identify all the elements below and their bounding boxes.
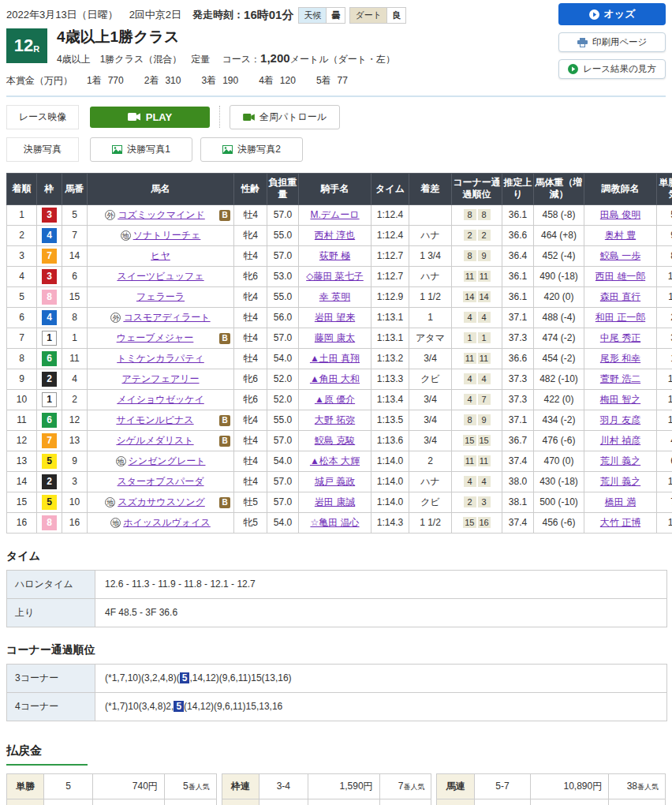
play-button[interactable]: PLAY bbox=[90, 107, 210, 128]
horse-name-link[interactable]: フェラーラ bbox=[136, 291, 185, 302]
horse-name-link[interactable]: アテンフェアリー bbox=[122, 373, 200, 384]
trainer-link[interactable]: 大竹 正博 bbox=[600, 517, 640, 528]
trainer-link[interactable]: 荒川 義之 bbox=[600, 476, 640, 487]
jockey-link[interactable]: ▲原 優介 bbox=[315, 394, 355, 405]
trainer-cell: 尾形 和幸 bbox=[584, 348, 657, 369]
trainer-link[interactable]: 梅田 智之 bbox=[600, 394, 640, 405]
weather-label: 天候 bbox=[298, 7, 326, 24]
jockey-link[interactable]: ▲土田 真翔 bbox=[310, 353, 360, 364]
weather-track-box: 天候 曇 ダート 良 bbox=[298, 7, 406, 24]
corner-order-table: 3コーナー (*1,7,10)(3,2,4,8)(5,14,12)(9,6,11… bbox=[6, 664, 667, 721]
time-cell: 1:12.7 bbox=[371, 266, 409, 286]
jockey-link[interactable]: 城戸 義政 bbox=[315, 476, 355, 487]
weather-value: 曇 bbox=[326, 7, 345, 24]
horse-name-cell: 外コズミックマインドB bbox=[88, 204, 234, 225]
blinker-mark: B bbox=[219, 497, 230, 508]
trainer-link[interactable]: 荒川 義之 bbox=[600, 455, 640, 466]
jockey-link[interactable]: ▲角田 大和 bbox=[310, 373, 360, 384]
horse-name-link[interactable]: コスモアディラート bbox=[123, 312, 210, 323]
trainer-link[interactable]: 羽月 友彦 bbox=[600, 414, 640, 425]
horse-name-link[interactable]: ウェーブメジャー bbox=[117, 332, 194, 343]
trainer-link[interactable]: 尾形 和幸 bbox=[600, 353, 640, 364]
corner-order-cell: 1111 bbox=[452, 348, 502, 369]
time-cell: 1:13.5 bbox=[371, 410, 409, 430]
trainer-link[interactable]: 橋田 満 bbox=[605, 496, 636, 507]
trainer-link[interactable]: 萱野 浩二 bbox=[600, 373, 640, 384]
trainer-cell: 中尾 秀正 bbox=[584, 328, 657, 348]
green-play-circle-icon bbox=[568, 64, 578, 74]
horse-name-link[interactable]: トミケンカラパティ bbox=[117, 353, 204, 364]
time-section-heading: タイム bbox=[6, 549, 666, 564]
horse-number-cell: 8 bbox=[62, 307, 88, 328]
trainer-cell: 橋田 満 bbox=[584, 492, 657, 512]
trainer-link[interactable]: 西田 雄一郎 bbox=[595, 271, 645, 282]
horse-number-cell: 11 bbox=[62, 348, 88, 369]
jockey-link[interactable]: 藤岡 康太 bbox=[315, 332, 355, 343]
jockey-link[interactable]: 岩田 康誠 bbox=[315, 496, 355, 507]
jockey-link[interactable]: 岩田 望来 bbox=[315, 312, 355, 323]
result-row: 6 4 8 外コスモアディラート 牡4 56.0 岩田 望来 1:13.1 1 … bbox=[7, 307, 672, 328]
patrol-video-button[interactable]: 全周パトロール bbox=[230, 105, 340, 129]
popularity-cell: 3 bbox=[657, 328, 672, 348]
last3f-cell: 38.0 bbox=[502, 471, 534, 492]
horse-name-link[interactable]: スターオブスパーダ bbox=[118, 476, 204, 487]
time-cell: 1:12.4 bbox=[371, 204, 409, 225]
trainer-link[interactable]: 中尾 秀正 bbox=[600, 332, 640, 343]
finish-photo2-button[interactable]: 決勝写真2 bbox=[200, 137, 303, 162]
sex-age-cell: 牡4 bbox=[234, 204, 267, 225]
time-cell: 1:12.9 bbox=[371, 286, 409, 307]
header-buttons: オッズ 印刷用ページ レース結果の見方 bbox=[558, 3, 666, 86]
corner-label: 4コーナー bbox=[7, 692, 95, 721]
jockey-link[interactable]: M.デムーロ bbox=[310, 209, 359, 220]
horse-name-link[interactable]: シゲルメダリスト bbox=[116, 435, 193, 446]
trainer-link[interactable]: 鮫島 一歩 bbox=[600, 250, 640, 261]
finish-photo-row: 決勝写真 決勝写真1 決勝写真2 bbox=[6, 137, 666, 162]
trainer-link[interactable]: 奥村 豊 bbox=[605, 230, 636, 241]
horse-name-link[interactable]: シンゼングレート bbox=[129, 455, 206, 466]
sex-age-cell: 牝6 bbox=[234, 266, 267, 286]
jockey-cell: 荻野 極 bbox=[299, 245, 371, 266]
popularity-cell: 15 bbox=[657, 369, 672, 389]
sex-age-cell: 牝6 bbox=[234, 389, 267, 410]
trainer-link[interactable]: 田島 俊明 bbox=[600, 209, 640, 220]
jockey-link[interactable]: 西村 淳也 bbox=[315, 230, 355, 241]
horse-name-link[interactable]: メイショウゼッケイ bbox=[117, 394, 204, 405]
horse-name-link[interactable]: サイモンルピナス bbox=[116, 414, 193, 425]
horse-name-link[interactable]: スズカサウスソング bbox=[118, 496, 205, 507]
jockey-link[interactable]: 大野 拓弥 bbox=[315, 414, 355, 425]
jockey-link[interactable]: 荻野 極 bbox=[319, 250, 350, 261]
horse-weight-cell: 458 (-8) bbox=[534, 204, 584, 225]
race-conditions: 4歳以上 1勝クラス（混合） 定量 コース：1,200メートル（ダート・左） bbox=[57, 51, 395, 66]
odds-button[interactable]: オッズ bbox=[558, 3, 666, 25]
last3f-cell: 36.4 bbox=[502, 245, 534, 266]
jockey-link[interactable]: 鮫島 克駿 bbox=[315, 435, 355, 446]
horse-name-link[interactable]: ホイッスルヴォイス bbox=[123, 517, 211, 528]
popularity-cell: 11 bbox=[657, 286, 672, 307]
jockey-link[interactable]: ☆亀田 温心 bbox=[310, 517, 359, 528]
trainer-link[interactable]: 和田 正一郎 bbox=[595, 312, 645, 323]
jockey-link[interactable]: 幸 英明 bbox=[319, 291, 350, 302]
finish-photo1-button[interactable]: 決勝写真1 bbox=[90, 137, 192, 162]
corner-order-cell: 1111 bbox=[452, 266, 502, 286]
horse-name-link[interactable]: ヒヤ bbox=[151, 250, 170, 261]
col-header-last3f: 推定上り bbox=[502, 173, 534, 204]
trainer-link[interactable]: 川村 禎彦 bbox=[600, 435, 640, 446]
race-title: 4歳以上1勝クラス bbox=[57, 28, 395, 47]
trainer-cell: 萱野 浩二 bbox=[584, 369, 657, 389]
margin-cell: クビ bbox=[409, 369, 452, 389]
jockey-link[interactable]: ◇藤田 菜七子 bbox=[306, 271, 364, 282]
horse-name-link[interactable]: スイーツビュッフェ bbox=[117, 271, 203, 282]
horse-origin-mark: 地 bbox=[110, 518, 121, 528]
print-page-button[interactable]: 印刷用ページ bbox=[558, 32, 666, 52]
last3f-cell: 37.1 bbox=[502, 410, 534, 430]
trainer-link[interactable]: 森田 直行 bbox=[600, 291, 640, 302]
last3f-cell: 37.4 bbox=[502, 451, 534, 471]
time-cell: 1:14.0 bbox=[371, 471, 409, 492]
horse-name-link[interactable]: ソナトリーチェ bbox=[133, 230, 201, 241]
weight-cell: 55.0 bbox=[267, 225, 299, 245]
result-row: 16 8 16 地ホイッスルヴォイス 牝5 54.0 ☆亀田 温心 1:14.3… bbox=[7, 512, 672, 533]
jockey-link[interactable]: ▲松本 大輝 bbox=[310, 455, 360, 466]
result-guide-button[interactable]: レース結果の見方 bbox=[558, 59, 666, 79]
horse-name-link[interactable]: コズミックマインド bbox=[118, 209, 205, 220]
bracket-number: 6 bbox=[42, 413, 57, 428]
